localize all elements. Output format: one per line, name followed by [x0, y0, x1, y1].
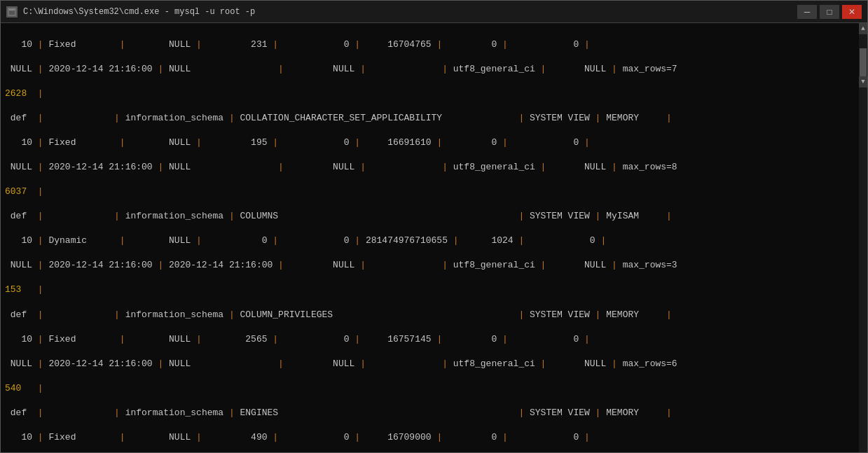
line-6: NULL | 2020-12-14 21:16:00 | NULL | NULL…	[5, 161, 853, 174]
terminal-body: 10 | Fixed | NULL | 231 | 0 | 16704765 |…	[1, 23, 867, 452]
line-14: NULL | 2020-12-14 21:16:00 | NULL | NULL…	[5, 358, 853, 370]
line-9: 10 | Dynamic | NULL | 0 | 0 | 2814749767…	[5, 235, 853, 247]
cmd-window: C:\Windows\System32\cmd.exe - mysql -u r…	[0, 0, 868, 453]
title-bar: C:\Windows\System32\cmd.exe - mysql -u r…	[1, 1, 867, 23]
line-8: def | | information_schema | COLUMNS | S…	[5, 210, 853, 223]
window-controls: ─ □ ✕	[797, 5, 862, 19]
line-12: def | | information_schema | COLUMN_PRIV…	[5, 309, 853, 321]
line-7: 6037 |	[5, 186, 853, 198]
scrollbar-thumb[interactable]	[860, 48, 867, 76]
minimize-button[interactable]: ─	[797, 5, 817, 19]
window-icon	[6, 6, 18, 18]
line-15: 540 |	[5, 382, 853, 395]
close-button[interactable]: ✕	[842, 5, 862, 19]
maximize-button[interactable]: □	[820, 5, 839, 19]
line-3: 2628 |	[5, 88, 853, 100]
line-16: def | | information_schema | ENGINES | S…	[5, 407, 853, 419]
scrollbar-down-button[interactable]: ▼	[859, 76, 867, 88]
window-title: C:\Windows\System32\cmd.exe - mysql -u r…	[23, 7, 797, 17]
terminal-content: 10 | Fixed | NULL | 231 | 0 | 16704765 |…	[5, 26, 863, 452]
line-13: 10 | Fixed | NULL | 2565 | 0 | 16757145 …	[5, 333, 853, 346]
scrollbar[interactable]: ▲ ▼	[859, 23, 867, 452]
line-17: 10 | Fixed | NULL | 490 | 0 | 16709000 |…	[5, 431, 853, 444]
line-10: NULL | 2020-12-14 21:16:00 | 2020-12-14 …	[5, 259, 853, 272]
line-11: 153 |	[5, 284, 853, 296]
svg-rect-1	[9, 9, 15, 11]
line-5: 10 | Fixed | NULL | 195 | 0 | 16691610 |…	[5, 137, 853, 149]
line-4: def | | information_schema | COLLATION_C…	[5, 112, 853, 125]
scrollbar-up-button[interactable]: ▲	[859, 23, 867, 34]
line-2: NULL | 2020-12-14 21:16:00 | NULL | NULL…	[5, 63, 853, 76]
line-1: 10 | Fixed | NULL | 231 | 0 | 16704765 |…	[5, 39, 853, 51]
